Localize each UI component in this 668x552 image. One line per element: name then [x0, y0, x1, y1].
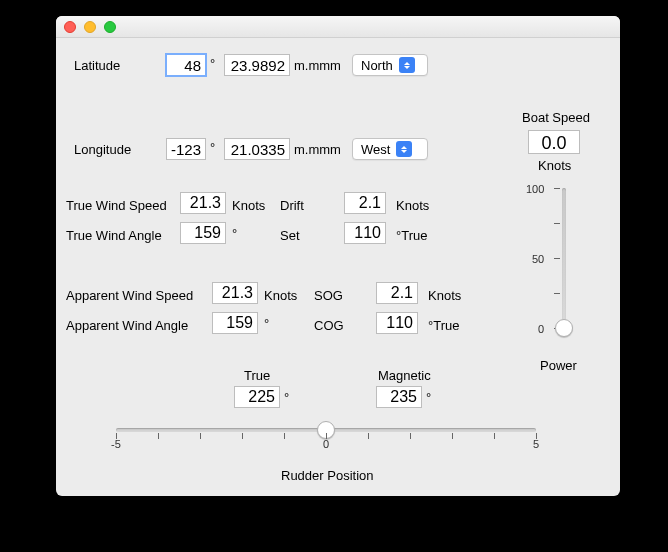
longitude-min-input[interactable]	[224, 138, 290, 160]
drift-label: Drift	[280, 198, 304, 213]
awa-input[interactable]	[212, 312, 258, 334]
latitude-min-unit: m.mmm	[294, 58, 341, 73]
heading-true-input[interactable]	[234, 386, 280, 408]
boat-speed-value[interactable]: 0.0	[528, 130, 580, 154]
sog-unit: Knots	[428, 288, 461, 303]
twa-unit: °	[232, 226, 237, 241]
content-pane: Latitude ° m.mmm North Longitude ° m.mmm…	[56, 38, 620, 496]
longitude-label: Longitude	[74, 142, 131, 157]
longitude-hemisphere-value: West	[361, 142, 390, 157]
heading-true-label: True	[244, 368, 270, 383]
minimize-icon[interactable]	[84, 21, 96, 33]
app-window: Latitude ° m.mmm North Longitude ° m.mmm…	[56, 16, 620, 496]
twa-label: True Wind Angle	[66, 228, 162, 243]
chevron-updown-icon	[396, 141, 412, 157]
close-icon[interactable]	[64, 21, 76, 33]
rudder-slider[interactable]: -5 0 5	[116, 428, 536, 458]
latitude-label: Latitude	[74, 58, 120, 73]
sog-input[interactable]	[376, 282, 418, 304]
rudder-label: Rudder Position	[281, 468, 374, 483]
awa-unit: °	[264, 316, 269, 331]
power-slider[interactable]: 100 50 0	[544, 188, 584, 338]
set-label: Set	[280, 228, 300, 243]
power-label: Power	[540, 358, 577, 373]
heading-true-unit: °	[284, 390, 289, 405]
aws-input[interactable]	[212, 282, 258, 304]
tws-label: True Wind Speed	[66, 198, 167, 213]
cog-label: COG	[314, 318, 344, 333]
longitude-deg-input[interactable]	[166, 138, 206, 160]
cog-unit: °True	[428, 318, 459, 333]
zoom-icon[interactable]	[104, 21, 116, 33]
longitude-deg-unit: °	[210, 140, 215, 155]
set-input[interactable]	[344, 222, 386, 244]
heading-mag-input[interactable]	[376, 386, 422, 408]
titlebar	[56, 16, 620, 38]
tws-input[interactable]	[180, 192, 226, 214]
cog-input[interactable]	[376, 312, 418, 334]
heading-mag-label: Magnetic	[378, 368, 431, 383]
twa-input[interactable]	[180, 222, 226, 244]
drift-input[interactable]	[344, 192, 386, 214]
drift-unit: Knots	[396, 198, 429, 213]
longitude-min-unit: m.mmm	[294, 142, 341, 157]
latitude-deg-unit: °	[210, 56, 215, 71]
latitude-min-input[interactable]	[224, 54, 290, 76]
tws-unit: Knots	[232, 198, 265, 213]
set-unit: °True	[396, 228, 427, 243]
heading-mag-unit: °	[426, 390, 431, 405]
sog-label: SOG	[314, 288, 343, 303]
aws-label: Apparent Wind Speed	[66, 288, 193, 303]
aws-unit: Knots	[264, 288, 297, 303]
boat-speed-unit: Knots	[538, 158, 571, 173]
boat-speed-label: Boat Speed	[522, 110, 590, 125]
latitude-hemisphere-select[interactable]: North	[352, 54, 428, 76]
latitude-hemisphere-value: North	[361, 58, 393, 73]
power-slider-thumb[interactable]	[555, 319, 573, 337]
longitude-hemisphere-select[interactable]: West	[352, 138, 428, 160]
awa-label: Apparent Wind Angle	[66, 318, 188, 333]
latitude-deg-input[interactable]	[166, 54, 206, 76]
chevron-updown-icon	[399, 57, 415, 73]
